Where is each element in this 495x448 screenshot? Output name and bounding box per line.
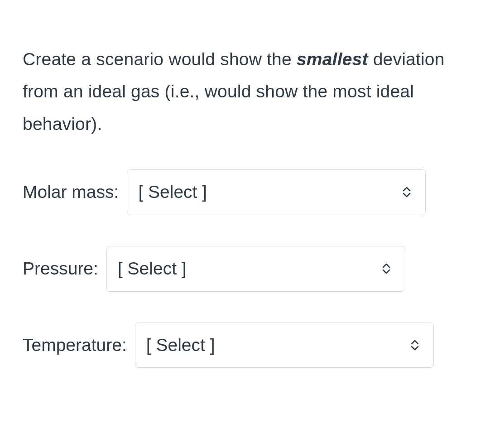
molar-mass-row: Molar mass: [ Select ] [23,169,472,215]
prompt-text-1: Create a scenario would show the [23,49,297,69]
question-prompt: Create a scenario would show the smalles… [23,43,472,140]
temperature-row: Temperature: [ Select ] [23,323,472,368]
prompt-emphasis: smallest [297,49,368,69]
pressure-label: Pressure: [23,259,98,279]
molar-mass-label: Molar mass: [23,182,119,202]
temperature-select-wrap: [ Select ] [135,323,434,368]
pressure-select-wrap: [ Select ] [106,246,405,292]
temperature-select[interactable]: [ Select ] [135,323,434,368]
molar-mass-select-wrap: [ Select ] [127,169,426,215]
molar-mass-select[interactable]: [ Select ] [127,169,426,215]
pressure-row: Pressure: [ Select ] [23,246,472,292]
temperature-label: Temperature: [23,335,127,355]
pressure-select[interactable]: [ Select ] [106,246,405,292]
